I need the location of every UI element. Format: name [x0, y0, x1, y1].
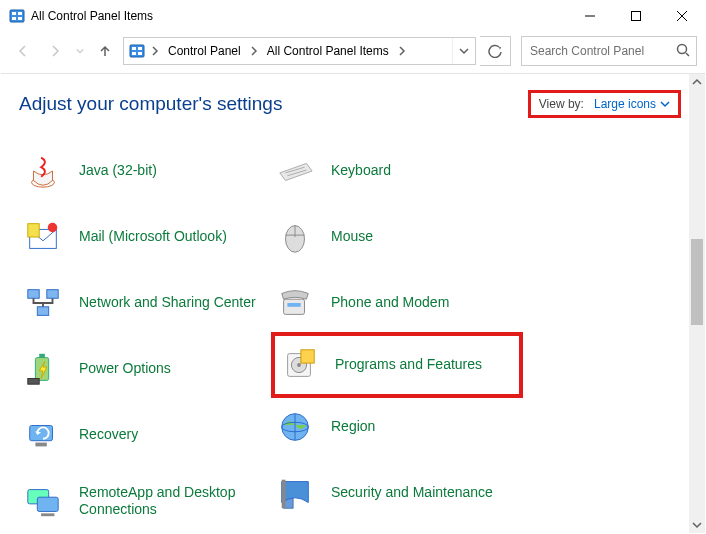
search-icon: [676, 43, 690, 60]
cp-item-programs[interactable]: Programs and Features: [271, 332, 523, 398]
title-bar: All Control Panel Items: [1, 1, 705, 31]
cp-item-security[interactable]: Security and Maintenance: [271, 460, 523, 526]
address-bar-row: Control Panel All Control Panel Items: [1, 31, 705, 73]
cp-item-label: Java (32-bit): [79, 162, 157, 180]
breadcrumb: Control Panel All Control Panel Items: [123, 37, 476, 65]
cp-item-java[interactable]: Java (32-bit): [19, 138, 271, 204]
cp-item-keyboard[interactable]: Keyboard: [271, 138, 523, 204]
remoteapp-icon: [23, 481, 63, 521]
items-column-left: Java (32-bit)Mail (Microsoft Outlook)Net…: [19, 138, 271, 533]
refresh-button[interactable]: [480, 36, 511, 66]
content-area: Adjust your computer's settings View by:…: [1, 73, 705, 533]
cp-item-label: Recovery: [79, 426, 138, 444]
scroll-track[interactable]: [689, 90, 705, 517]
view-by-label: View by:: [539, 97, 584, 111]
cp-item-network[interactable]: Network and Sharing Center: [19, 270, 271, 336]
cp-item-mail[interactable]: Mail (Microsoft Outlook): [19, 204, 271, 270]
breadcrumb-item-control-panel[interactable]: Control Panel: [164, 38, 245, 64]
search-input[interactable]: [528, 43, 670, 59]
java-icon: [23, 151, 63, 191]
view-by-control-highlighted: View by: Large icons: [528, 90, 681, 118]
control-panel-icon: [128, 42, 146, 60]
svg-line-51: [686, 53, 689, 56]
close-button[interactable]: [659, 1, 705, 31]
search-box[interactable]: [521, 36, 697, 66]
page-title: Adjust your computer's settings: [19, 93, 282, 115]
view-by-dropdown[interactable]: Large icons: [594, 97, 670, 111]
cp-item-speech[interactable]: Speech Recognition: [271, 526, 523, 533]
breadcrumb-sep[interactable]: [148, 38, 162, 64]
maximize-button[interactable]: [613, 1, 659, 31]
minimize-button[interactable]: [567, 1, 613, 31]
address-history-dropdown[interactable]: [452, 38, 475, 64]
cp-item-label: RemoteApp and Desktop Connections: [79, 484, 267, 519]
view-by-value: Large icons: [594, 97, 656, 111]
window: All Control Panel Items: [0, 0, 706, 534]
power-icon: [23, 349, 63, 389]
cp-item-recovery[interactable]: Recovery: [19, 402, 271, 468]
phone-icon: [275, 283, 315, 323]
nav-forward-button[interactable]: [41, 37, 69, 65]
keyboard-icon: [275, 151, 315, 191]
cp-item-label: Keyboard: [331, 162, 391, 180]
breadcrumb-sep[interactable]: [247, 38, 261, 64]
security-icon: [275, 473, 315, 513]
cp-item-label: Programs and Features: [335, 356, 482, 374]
mouse-icon: [275, 217, 315, 257]
control-panel-icon: [9, 8, 25, 24]
window-title: All Control Panel Items: [31, 9, 153, 23]
mail-icon: [23, 217, 63, 257]
cp-item-label: Security and Maintenance: [331, 484, 493, 502]
vertical-scrollbar[interactable]: [689, 74, 705, 533]
svg-point-50: [678, 44, 687, 53]
region-icon: [275, 407, 315, 447]
nav-history-dropdown[interactable]: [73, 37, 87, 65]
cp-item-label: Region: [331, 418, 375, 436]
cp-item-region[interactable]: Region: [271, 394, 523, 460]
svg-rect-47: [632, 12, 641, 21]
scroll-thumb[interactable]: [691, 239, 703, 324]
recovery-icon: [23, 415, 63, 455]
scroll-up-button[interactable]: [689, 74, 705, 90]
cp-item-label: Mail (Microsoft Outlook): [79, 228, 227, 246]
header-row: Adjust your computer's settings View by:…: [19, 90, 681, 118]
breadcrumb-item-all-items[interactable]: All Control Panel Items: [263, 38, 393, 64]
cp-item-remoteapp[interactable]: RemoteApp and Desktop Connections: [19, 468, 271, 533]
cp-item-power[interactable]: Power Options: [19, 336, 271, 402]
programs-icon: [279, 345, 319, 385]
scroll-down-button[interactable]: [689, 517, 705, 533]
cp-item-label: Power Options: [79, 360, 171, 378]
chevron-down-icon: [660, 99, 670, 109]
nav-back-button[interactable]: [9, 37, 37, 65]
cp-item-label: Network and Sharing Center: [79, 294, 256, 312]
cp-item-mouse[interactable]: Mouse: [271, 204, 523, 270]
cp-item-label: Phone and Modem: [331, 294, 449, 312]
cp-item-label: Mouse: [331, 228, 373, 246]
cp-item-phone[interactable]: Phone and Modem: [271, 270, 523, 336]
nav-up-button[interactable]: [91, 37, 119, 65]
network-icon: [23, 283, 63, 323]
breadcrumb-sep[interactable]: [395, 38, 409, 64]
items-column-right: KeyboardMousePhone and ModemPrograms and…: [271, 138, 523, 533]
